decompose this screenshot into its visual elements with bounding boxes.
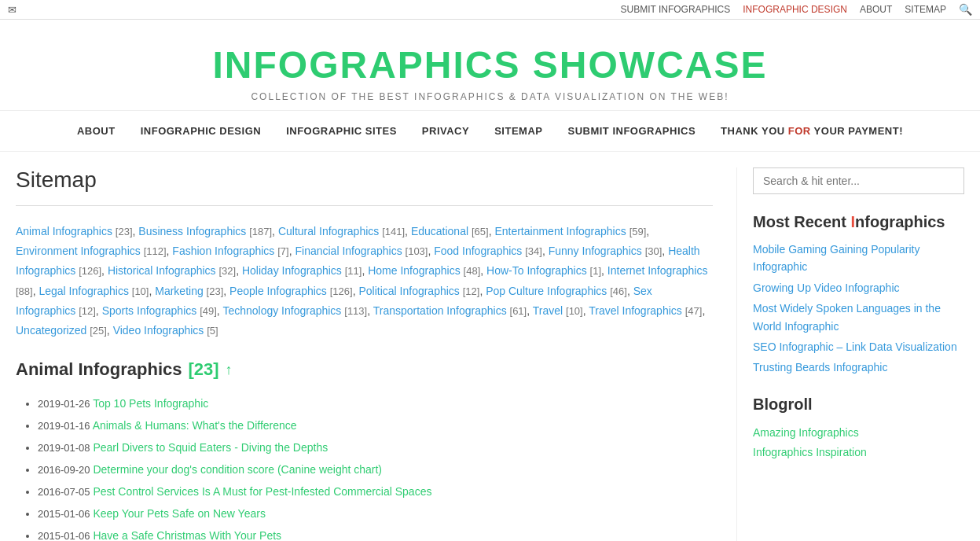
nav-sitemap[interactable]: SITEMAP	[482, 122, 555, 140]
nav-infographic-design[interactable]: INFOGRAPHIC DESIGN	[128, 122, 273, 140]
article-link[interactable]: Determine your dog's condition score (Ca…	[93, 463, 382, 476]
cat-environment[interactable]: Environment Infographics	[16, 245, 141, 257]
cat-travel-infographics[interactable]: Travel Infographics	[589, 304, 682, 317]
divider	[16, 205, 713, 206]
nav-infographic-sites[interactable]: INFOGRAPHIC SITES	[273, 122, 409, 140]
blogroll-link[interactable]: Infographics Inspiration	[753, 446, 867, 458]
article-link[interactable]: Keep Your Pets Safe on New Years	[93, 507, 266, 520]
sidebar-list-item: Trusting Beards Infographic	[753, 359, 964, 376]
top-nav: SUBMIT INFOGRAPHICS INFOGRAPHIC DESIGN A…	[620, 3, 972, 16]
blogroll-title: Blogroll	[753, 396, 964, 414]
cat-business[interactable]: Business Infographics	[138, 225, 246, 237]
list-item: 2019-01-16 Animals & Humans: What's the …	[38, 414, 713, 436]
animal-article-list: 2019-01-26 Top 10 Pets Infographic 2019-…	[16, 392, 713, 541]
cat-marketing[interactable]: Marketing	[155, 285, 203, 297]
cat-howto[interactable]: How-To Infographics	[486, 264, 587, 277]
arrow-up-icon[interactable]: ↑	[226, 362, 233, 378]
sidebar-list-item: Mobile Gaming Gaining Popularity Infogra…	[753, 241, 964, 276]
cat-historical[interactable]: Historical Infographics	[108, 264, 216, 277]
main-content: Sitemap Animal Infographics [23], Busine…	[16, 167, 736, 541]
recent-links-list: Mobile Gaming Gaining Popularity Infogra…	[753, 241, 964, 377]
article-link[interactable]: Pest Control Services Is A Must for Pest…	[93, 485, 431, 498]
recent-infographics-title: Most Recent Infographics	[753, 213, 964, 231]
cat-uncategorized[interactable]: Uncategorized	[16, 324, 86, 337]
cat-educational[interactable]: Educational	[411, 225, 468, 237]
blogroll-links-list: Amazing Infographics Infographics Inspir…	[753, 423, 964, 462]
cat-popculture[interactable]: Pop Culture Infographics	[486, 285, 607, 297]
animal-section-heading: Animal Infographics [23] ↑	[16, 359, 713, 380]
site-subtitle: COLLECTION OF THE BEST INFOGRAPHICS & DA…	[8, 91, 972, 102]
recent-link[interactable]: Mobile Gaming Gaining Popularity Infogra…	[753, 243, 919, 273]
sidebar-search	[753, 167, 964, 194]
top-bar: ✉ SUBMIT INFOGRAPHICS INFOGRAPHIC DESIGN…	[0, 0, 980, 20]
site-header: INFOGRAPHICS SHOWCASE COLLECTION OF THE …	[0, 20, 980, 110]
cat-animal[interactable]: Animal Infographics	[16, 225, 112, 237]
recent-link[interactable]: Growing Up Video Infographic	[753, 282, 900, 294]
search-icon[interactable]: 🔍	[959, 3, 972, 16]
top-nav-sitemap[interactable]: SITEMAP	[905, 4, 946, 15]
cat-funny[interactable]: Funny Infographics	[549, 245, 642, 257]
cat-travel[interactable]: Travel	[533, 304, 563, 317]
cat-political[interactable]: Political Infographics	[358, 285, 459, 297]
article-link[interactable]: Pearl Divers to Squid Eaters - Diving th…	[93, 441, 328, 454]
nav-submit[interactable]: SUBMIT INFOGRAPHICS	[555, 122, 708, 140]
top-nav-submit[interactable]: SUBMIT INFOGRAPHICS	[620, 4, 730, 15]
search-input[interactable]	[753, 167, 964, 194]
main-nav: ABOUT INFOGRAPHIC DESIGN INFOGRAPHIC SIT…	[0, 110, 980, 152]
cat-financial[interactable]: Financial Infographics	[295, 245, 402, 257]
cat-transportation[interactable]: Transportation Infographics	[373, 304, 507, 317]
animal-section-title: Animal Infographics	[16, 359, 182, 380]
list-item: 2016-09-20 Determine your dog's conditio…	[38, 458, 713, 480]
category-links: Animal Infographics [23], Business Infog…	[16, 222, 713, 340]
site-title: INFOGRAPHICS SHOWCASE	[8, 43, 972, 86]
top-nav-about[interactable]: ABOUT	[860, 4, 892, 15]
content-wrapper: Sitemap Animal Infographics [23], Busine…	[0, 152, 980, 541]
list-item: 2015-01-06 Have a Safe Christmas With Yo…	[38, 524, 713, 541]
page-title: Sitemap	[16, 167, 713, 193]
list-item: 2015-01-06 Keep Your Pets Safe on New Ye…	[38, 502, 713, 524]
cat-entertainment[interactable]: Entertainment Infographics	[494, 225, 626, 237]
recent-link[interactable]: Trusting Beards Infographic	[753, 361, 887, 374]
nav-thankyou-highlight: FOR	[788, 125, 811, 137]
blogroll-list-item: Infographics Inspiration	[753, 443, 964, 462]
article-link[interactable]: Animals & Humans: What's the Difference	[93, 419, 297, 432]
list-item: 2019-01-08 Pearl Divers to Squid Eaters …	[38, 436, 713, 458]
top-nav-design[interactable]: INFOGRAPHIC DESIGN	[743, 4, 847, 15]
blogroll-list-item: Amazing Infographics	[753, 423, 964, 443]
article-link[interactable]: Top 10 Pets Infographic	[93, 397, 208, 410]
animal-count-badge: [23]	[188, 359, 218, 380]
list-item: 2019-01-26 Top 10 Pets Infographic	[38, 392, 713, 414]
recent-highlight: I	[850, 213, 855, 230]
cat-holiday[interactable]: Holiday Infographics	[242, 264, 342, 277]
list-item: 2016-07-05 Pest Control Services Is A Mu…	[38, 480, 713, 502]
cat-internet[interactable]: Internet Infographics	[607, 264, 708, 277]
recent-link[interactable]: Most Widely Spoken Languages in the Worl…	[753, 302, 941, 332]
cat-food[interactable]: Food Infographics	[434, 245, 522, 257]
cat-people[interactable]: People Infographics	[229, 285, 327, 297]
nav-about[interactable]: ABOUT	[64, 122, 128, 140]
cat-home[interactable]: Home Infographics	[368, 264, 461, 277]
nav-thankyou[interactable]: THANK YOU FOR YOUR PAYMENT!	[708, 122, 916, 140]
blogroll-link[interactable]: Amazing Infographics	[753, 426, 859, 439]
cat-cultural[interactable]: Cultural Infographics	[278, 225, 379, 237]
sidebar-list-item: SEO Infographic – Link Data Visualizatio…	[753, 338, 964, 355]
email-icon[interactable]: ✉	[8, 4, 17, 16]
cat-legal[interactable]: Legal Infographics	[39, 285, 128, 297]
cat-sports[interactable]: Sports Infographics	[102, 304, 197, 317]
sidebar-list-item: Growing Up Video Infographic	[753, 279, 964, 296]
sidebar: Most Recent Infographics Mobile Gaming G…	[736, 167, 964, 541]
recent-link[interactable]: SEO Infographic – Link Data Visualizatio…	[753, 340, 957, 353]
cat-video[interactable]: Video Infographics	[113, 324, 204, 337]
article-link[interactable]: Have a Safe Christmas With Your Pets	[93, 529, 281, 541]
cat-technology[interactable]: Technology Infographics	[222, 304, 341, 317]
nav-privacy[interactable]: PRIVACY	[409, 122, 482, 140]
sidebar-list-item: Most Widely Spoken Languages in the Worl…	[753, 300, 964, 335]
cat-fashion[interactable]: Fashion Infographics	[172, 245, 274, 257]
